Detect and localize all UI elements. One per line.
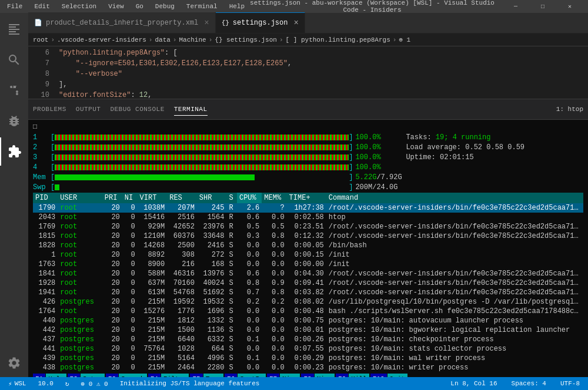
menu-terminal[interactable]: Terminal: [184, 2, 220, 11]
menu-edit[interactable]: Edit: [32, 2, 52, 11]
cell-mem: 0.8: [262, 231, 286, 241]
cell-ni: 0: [122, 222, 138, 231]
cell-cpu: 0.2: [237, 297, 262, 307]
cell-mem: 0.0: [262, 269, 286, 278]
cell-command: postgres: 10/main: checkpointer process: [326, 335, 583, 344]
cell-pid: 438: [33, 363, 58, 372]
activity-debug[interactable]: [0, 107, 28, 135]
menu-help[interactable]: Help: [227, 2, 247, 11]
status-spaces[interactable]: Spaces: 4: [508, 377, 550, 390]
table-row[interactable]: 1 root 20 0 8892 308 272 S 0.0 0.0 0:00.…: [33, 250, 583, 260]
menu-go[interactable]: Go: [133, 2, 146, 11]
cell-user: root: [58, 278, 102, 288]
table-row[interactable]: 437 postgres 20 0 215M 6640 6332 S 0.1 0…: [33, 335, 583, 344]
maximize-button[interactable]: □: [529, 0, 556, 13]
table-row[interactable]: 426 postgres 20 0 215M 19592 19532 S 0.2…: [33, 297, 583, 307]
cell-mem: 0.0: [262, 354, 286, 363]
activity-scm[interactable]: [0, 76, 28, 105]
tab-settings-json[interactable]: {} settings.json ×: [216, 12, 305, 33]
status-info: Initializing JS/TS language features: [116, 377, 263, 390]
table-row[interactable]: 1769 root 20 0 929M 42652 23976 R 0.5 0.…: [33, 222, 583, 231]
cell-cpu: 0.8: [237, 278, 262, 288]
table-row[interactable]: 1941 root 20 0 613M 54768 51692 S 0.7 0.…: [33, 288, 583, 297]
table-row[interactable]: 439 postgres 20 0 215M 5164 4996 S 0.1 0…: [33, 354, 583, 363]
table-row[interactable]: 440 postgres 20 0 215M 1812 1332 S 0.0 0…: [33, 316, 583, 325]
breadcrumb-machine[interactable]: Machine: [179, 36, 206, 43]
status-position[interactable]: Ln 8, Col 16: [447, 377, 500, 390]
close-button[interactable]: ✕: [556, 0, 583, 13]
cell-virt: 14268: [138, 241, 168, 250]
menu-view[interactable]: View: [106, 2, 126, 11]
cell-ni: 0: [122, 269, 138, 278]
status-wsl[interactable]: ⚡ WSL: [5, 377, 29, 390]
status-version[interactable]: 10.0: [34, 377, 56, 390]
cell-ni: 0: [122, 288, 138, 297]
activity-settings[interactable]: [0, 349, 28, 377]
tab-problems[interactable]: PROBLEMS: [33, 103, 66, 115]
status-encoding[interactable]: UTF-8: [557, 377, 583, 390]
cell-virt: 215M: [138, 297, 168, 307]
cell-s: S: [226, 325, 236, 335]
cell-virt: 15276: [138, 307, 168, 316]
cell-res: 42652: [167, 222, 197, 231]
breadcrumb-pep8[interactable]: [ ] python.linting.pep8Args: [286, 36, 390, 43]
table-row[interactable]: 441 postgres 20 0 75764 1028 664 S 0.0 0…: [33, 344, 583, 354]
table-row[interactable]: 442 postgres 20 0 215M 1500 1136 S 0.0 0…: [33, 325, 583, 335]
cell-command: postgres: 10/main: wal writer process: [326, 354, 583, 363]
tab-debug-console[interactable]: DEBUG CONSOLE: [110, 103, 164, 115]
cell-mem: 0.8: [262, 288, 286, 297]
breadcrumb-root[interactable]: root: [33, 36, 48, 43]
table-row[interactable]: 1790 root 20 0 1038M 207M 245 R 2.6 ? 1h…: [33, 203, 583, 213]
cell-command: postgres: 10/main: stats collector proce…: [326, 344, 583, 354]
status-left: ⚡ WSL 10.0 ↻ ⊗ 0 ⚠ 0 Initializing JS/TS …: [5, 377, 263, 390]
tab-output[interactable]: OUTPUT: [76, 103, 101, 115]
col-time: TIME+: [287, 193, 326, 203]
table-row[interactable]: 438 postgres 20 0 215M 2464 2280 S 0.0 0…: [33, 363, 583, 372]
table-row[interactable]: 1764 root 20 0 15276 1776 1696 S 0.0 0.0…: [33, 307, 583, 316]
cell-pid: 439: [33, 354, 58, 363]
breadcrumb-index[interactable]: ⊕ 1: [399, 36, 410, 43]
cell-ni: 0: [122, 325, 138, 335]
menu-file[interactable]: File: [5, 2, 25, 11]
table-row[interactable]: 2043 root 20 0 15416 2516 1564 R 0.6 0.0…: [33, 213, 583, 222]
cell-command: htop: [326, 213, 583, 222]
panel-tabs: PROBLEMS OUTPUT DEBUG CONSOLE TERMINAL 1…: [28, 99, 588, 120]
table-row[interactable]: 1763 root 20 0 8900 216 168 S 0.0 0.0 0:…: [33, 260, 583, 269]
breadcrumb-data[interactable]: data: [155, 36, 170, 43]
terminal[interactable]: □ 1 [ ] 100.0% Tasks: 19; 4 running 2 [ …: [28, 120, 588, 377]
activity-extensions[interactable]: [0, 137, 28, 166]
table-row[interactable]: 1815 root 20 0 1210M 60376 33648 R 0.3 0…: [33, 231, 583, 241]
cell-pri: 20: [102, 335, 122, 344]
tab-terminal[interactable]: TERMINAL: [174, 103, 208, 116]
cell-command: /init: [326, 260, 583, 269]
tab-close-product[interactable]: ×: [204, 18, 209, 28]
cell-res: 1028: [167, 344, 197, 354]
tab-close-settings[interactable]: ×: [293, 18, 298, 28]
cell-virt: 15416: [138, 213, 168, 222]
cell-ni: 0: [122, 213, 138, 222]
cell-pri: 20: [102, 363, 122, 372]
cell-res: 207M: [167, 203, 197, 213]
minimize-button[interactable]: ─: [502, 0, 529, 13]
code-line-9: 9 ],: [28, 79, 588, 90]
cell-shr: 6332: [197, 335, 227, 344]
status-errors[interactable]: ⊗ 0 ⚠ 0: [77, 377, 111, 390]
table-row[interactable]: 1928 root 20 0 637M 70160 40024 S 0.8 0.…: [33, 278, 583, 288]
activity-search[interactable]: [0, 46, 28, 74]
breadcrumb-settings[interactable]: {} settings.json: [215, 36, 277, 43]
activity-explorer[interactable]: [0, 15, 28, 43]
breadcrumb-vscode[interactable]: .vscode-server-insiders: [57, 36, 146, 43]
menu-selection[interactable]: Selection: [59, 2, 99, 11]
cell-pri: 20: [102, 325, 122, 335]
status-sync[interactable]: ↻: [62, 377, 73, 390]
cell-mem: 0.0: [262, 307, 286, 316]
titlebar: File Edit Selection View Go Debug Termin…: [0, 0, 588, 13]
menu-debug[interactable]: Debug: [153, 2, 177, 11]
table-row[interactable]: 1828 root 20 0 14268 2500 2416 S 0.0 0.0…: [33, 241, 583, 250]
cell-pid: 442: [33, 325, 58, 335]
cell-pid: 1941: [33, 288, 58, 297]
tab-product-details[interactable]: 📄 product_details_inherit_property.xml ×: [28, 12, 216, 33]
cell-pid: 1769: [33, 222, 58, 231]
table-row[interactable]: 1841 root 20 0 588M 46316 13976 S 0.6 0.…: [33, 269, 583, 278]
cell-res: 60376: [167, 231, 197, 241]
